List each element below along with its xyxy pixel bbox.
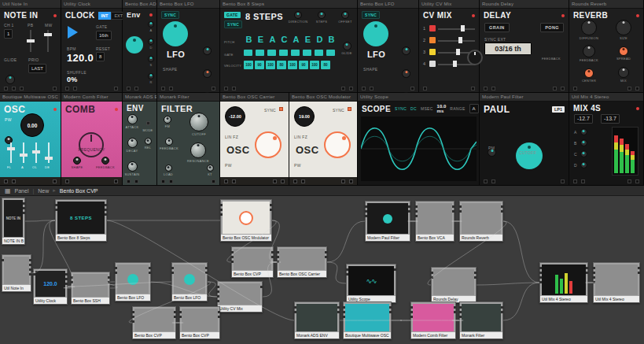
decay-knob[interactable]: DECAY	[124, 138, 140, 153]
input-port[interactable]	[33, 273, 35, 276]
gate-mode-badge[interactable]: GATE	[224, 12, 241, 18]
output-port[interactable]	[149, 267, 151, 269]
structure-node[interactable]: Rounds Reverb	[459, 201, 503, 242]
input-port[interactable]	[365, 210, 367, 213]
structure-node[interactable]: Bento Box CVP	[132, 306, 176, 339]
output-port[interactable]	[108, 281, 110, 283]
output-port[interactable]	[29, 259, 31, 261]
cutoff-knob[interactable]	[516, 142, 543, 169]
input-port[interactable]	[217, 295, 219, 298]
output-port[interactable]	[270, 204, 272, 206]
step-gate-toggle[interactable]	[256, 50, 264, 56]
grain-button[interactable]: GRAIN	[484, 23, 510, 32]
output-port[interactable]	[501, 306, 503, 309]
input-port[interactable]	[115, 267, 117, 269]
output-port[interactable]	[218, 311, 220, 313]
structure-node[interactable]: Bento Box OSC Carrier	[277, 246, 327, 278]
input-port[interactable]	[593, 281, 595, 283]
input-port[interactable]	[343, 311, 345, 313]
kt-knob[interactable]: KT	[204, 165, 216, 176]
size-knob[interactable]: SIZE	[610, 20, 637, 40]
input-port[interactable]	[365, 215, 367, 217]
input-port[interactable]	[217, 286, 219, 288]
output-port[interactable]	[389, 306, 392, 309]
decay-knob[interactable]: D	[148, 39, 154, 50]
output-port[interactable]	[29, 273, 31, 276]
output-port[interactable]	[105, 209, 107, 211]
step-gate-toggle[interactable]	[279, 50, 288, 56]
input-port[interactable]	[410, 311, 413, 313]
sustain-knob[interactable]: SUSTAIN	[124, 161, 140, 176]
input-port[interactable]	[346, 273, 348, 276]
clock-source-toggle[interactable]: INTEXT	[98, 12, 127, 20]
mix-channel-knob[interactable]	[580, 139, 587, 146]
mix-channel-knob[interactable]	[580, 161, 587, 168]
lfo-knob-b[interactable]	[402, 69, 410, 78]
structure-node[interactable]: Bento Box LFO	[171, 262, 208, 301]
breadcrumb-target[interactable]: Bento Box CVP	[60, 188, 98, 194]
input-port[interactable]	[277, 261, 279, 263]
wave-slider-4[interactable]	[45, 142, 53, 163]
delay-time-display[interactable]: 03/16 th	[484, 43, 532, 55]
cv-slider-handle[interactable]	[461, 25, 465, 31]
input-port[interactable]	[132, 311, 134, 313]
msec-value[interactable]: 10.0 ms	[437, 104, 447, 113]
mix-knob[interactable]: MIX	[612, 67, 635, 83]
step-velocity[interactable]: 100	[266, 61, 275, 69]
release-knob[interactable]: REL	[141, 138, 155, 150]
input-port[interactable]	[71, 281, 73, 283]
step-velocity[interactable]: 100	[310, 61, 319, 69]
step-velocity[interactable]: 80	[321, 61, 330, 69]
input-port[interactable]	[459, 311, 462, 313]
filter-mode-select[interactable]: LP1	[552, 106, 565, 113]
structure-node[interactable]: Utility Scope	[346, 264, 396, 303]
structure-node[interactable]: Modern Paul Filter	[365, 201, 410, 242]
step-gate-toggle[interactable]	[326, 50, 335, 56]
structure-node[interactable]: 120.0Utility Clock	[33, 268, 68, 305]
structure-canvas[interactable]: NOTE INNOTE IN B8 STEPSBento Box 8 Steps…	[0, 196, 644, 344]
load-knob[interactable]: LOAD	[160, 165, 176, 176]
output-port[interactable]	[23, 212, 25, 214]
output-port[interactable]	[29, 264, 31, 266]
structure-node[interactable]: Bento Box SSH	[71, 272, 110, 305]
output-port[interactable]	[65, 283, 68, 285]
output-port[interactable]	[65, 278, 68, 280]
step-gate-toggle[interactable]	[291, 50, 300, 56]
structure-node[interactable]: Boutique Multiwave OSC	[343, 301, 392, 339]
step-velocity[interactable]: 80	[277, 61, 286, 69]
output-port[interactable]	[108, 276, 110, 279]
step-note[interactable]: C	[279, 35, 289, 44]
cv-channel-slider[interactable]	[438, 37, 475, 43]
input-port[interactable]	[294, 311, 296, 313]
step-velocity[interactable]: 90	[299, 61, 308, 69]
structure-node[interactable]: Bento Box LFO	[115, 262, 151, 301]
input-port[interactable]	[2, 259, 4, 261]
output-port[interactable]	[337, 306, 340, 309]
input-port[interactable]	[459, 210, 462, 213]
input-port[interactable]	[459, 306, 462, 309]
input-port[interactable]	[410, 316, 413, 318]
output-port[interactable]	[474, 276, 477, 279]
step-velocity[interactable]: 100	[288, 61, 297, 69]
structure-node[interactable]: Util Note In	[2, 254, 31, 292]
output-port[interactable]	[23, 207, 25, 209]
input-port[interactable]	[277, 256, 279, 258]
input-port[interactable]	[343, 316, 345, 318]
channel-a-button[interactable]: A	[469, 104, 479, 113]
input-port[interactable]	[217, 290, 219, 293]
comb-feedback-knob[interactable]: FEEDBACK	[94, 157, 117, 169]
step-gate-toggle[interactable]	[244, 50, 252, 56]
input-port[interactable]	[171, 272, 174, 274]
step-velocity[interactable]: 90	[255, 61, 264, 69]
input-port[interactable]	[415, 215, 418, 217]
step-note[interactable]: D	[315, 35, 325, 44]
wave-slider-1[interactable]	[7, 142, 15, 163]
channel-select[interactable]: 1	[4, 29, 13, 39]
output-port[interactable]	[501, 205, 503, 208]
output-port[interactable]	[389, 311, 392, 313]
input-port[interactable]	[459, 316, 462, 318]
output-port[interactable]	[260, 286, 263, 288]
output-port[interactable]	[325, 251, 327, 253]
sync-toggle[interactable]	[279, 107, 283, 111]
output-port[interactable]	[638, 272, 640, 274]
